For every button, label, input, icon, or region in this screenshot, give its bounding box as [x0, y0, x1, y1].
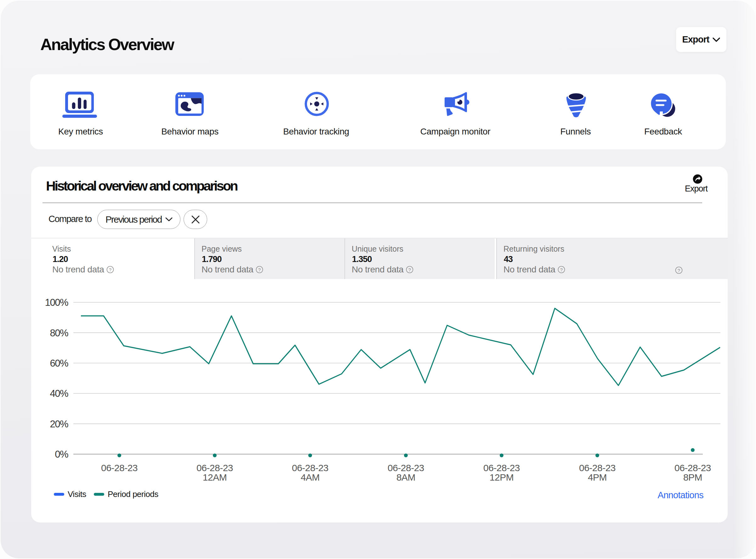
- svg-text:?: ?: [258, 267, 261, 272]
- svg-text:?: ?: [109, 267, 112, 272]
- svg-text:?: ?: [408, 267, 411, 272]
- svg-text:?: ?: [560, 267, 563, 272]
- svg-text:?: ?: [678, 268, 680, 273]
